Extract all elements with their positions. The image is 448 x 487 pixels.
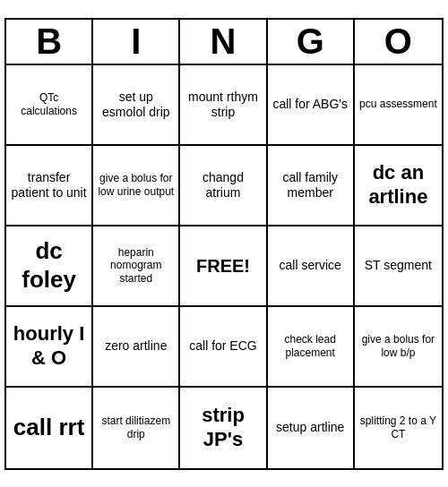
bingo-cell-4[interactable]: pcu assessment xyxy=(355,65,442,146)
bingo-cell-1[interactable]: set up esmolol drip xyxy=(93,65,180,146)
cell-text-12: FREE! xyxy=(196,255,250,277)
cell-text-11: heparin nomogram started xyxy=(97,246,175,285)
cell-text-14: ST segment xyxy=(365,258,432,273)
bingo-cell-0[interactable]: QTc calculations xyxy=(6,65,93,146)
bingo-cell-12[interactable]: FREE! xyxy=(180,226,267,307)
bingo-cell-15[interactable]: hourly I & O xyxy=(6,307,93,388)
cell-text-8: call family member xyxy=(271,170,349,201)
cell-text-3: call for ABG's xyxy=(272,97,348,112)
cell-text-7: changd atrium xyxy=(184,170,262,201)
cell-text-4: pcu assessment xyxy=(359,98,437,110)
bingo-cell-11[interactable]: heparin nomogram started xyxy=(93,226,180,307)
cell-text-1: set up esmolol drip xyxy=(97,90,175,120)
bingo-cell-6[interactable]: give a bolus for low urine output xyxy=(93,146,180,226)
bingo-cell-5[interactable]: transfer patient to unit xyxy=(6,146,93,226)
header-g: G xyxy=(268,20,355,64)
cell-text-24: splitting 2 to a Y CT xyxy=(358,414,438,440)
cell-text-5: transfer patient to unit xyxy=(10,170,88,201)
bingo-grid: QTc calculationsset up esmolol dripmount… xyxy=(6,65,442,468)
bingo-cell-3[interactable]: call for ABG's xyxy=(268,65,355,146)
header-i: I xyxy=(93,20,180,64)
cell-text-20: call rrt xyxy=(13,414,85,441)
cell-text-6: give a bolus for low urine output xyxy=(97,172,175,198)
bingo-cell-10[interactable]: dc foley xyxy=(6,226,93,307)
bingo-card: B I N G O QTc calculationsset up esmolol… xyxy=(4,18,444,470)
cell-text-9: dc an artline xyxy=(358,161,438,209)
bingo-cell-23[interactable]: setup artline xyxy=(268,388,355,468)
bingo-cell-9[interactable]: dc an artline xyxy=(355,146,442,226)
cell-text-10: dc foley xyxy=(10,237,88,293)
header-n: N xyxy=(180,20,267,64)
bingo-header: B I N G O xyxy=(6,20,442,65)
bingo-cell-24[interactable]: splitting 2 to a Y CT xyxy=(355,388,442,468)
bingo-cell-18[interactable]: check lead placement xyxy=(268,307,355,388)
cell-text-21: start dilitiazem drip xyxy=(97,414,175,440)
bingo-cell-16[interactable]: zero artline xyxy=(93,307,180,388)
cell-text-18: check lead placement xyxy=(271,333,349,359)
bingo-cell-19[interactable]: give a bolus for low b/p xyxy=(355,307,442,388)
bingo-cell-21[interactable]: start dilitiazem drip xyxy=(93,388,180,468)
cell-text-23: setup artline xyxy=(276,420,344,435)
header-o: O xyxy=(355,20,442,64)
bingo-cell-13[interactable]: call service xyxy=(268,226,355,307)
bingo-cell-22[interactable]: strip JP's xyxy=(180,388,267,468)
header-b: B xyxy=(6,20,93,64)
bingo-cell-2[interactable]: mount rthym strip xyxy=(180,65,267,146)
bingo-cell-20[interactable]: call rrt xyxy=(6,388,93,468)
bingo-cell-7[interactable]: changd atrium xyxy=(180,146,267,226)
cell-text-19: give a bolus for low b/p xyxy=(358,333,438,359)
bingo-cell-17[interactable]: call for ECG xyxy=(180,307,267,388)
cell-text-0: QTc calculations xyxy=(10,91,88,117)
bingo-cell-8[interactable]: call family member xyxy=(268,146,355,226)
cell-text-17: call for ECG xyxy=(189,338,256,354)
bingo-cell-14[interactable]: ST segment xyxy=(355,226,442,307)
cell-text-22: strip JP's xyxy=(184,404,262,451)
cell-text-16: zero artline xyxy=(105,338,167,354)
cell-text-13: call service xyxy=(280,258,341,273)
cell-text-15: hourly I & O xyxy=(10,322,88,370)
cell-text-2: mount rthym strip xyxy=(184,90,262,120)
